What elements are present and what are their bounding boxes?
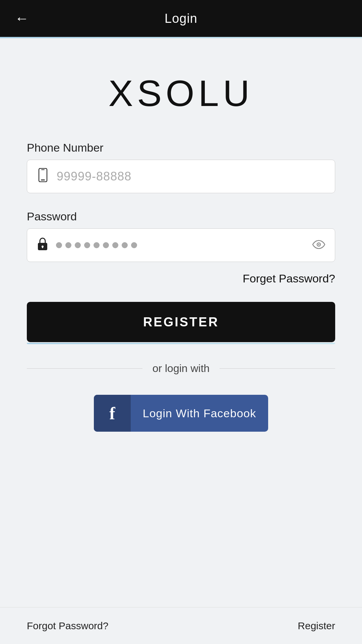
facebook-button-label: Login With Facebook (131, 407, 268, 420)
dot-2 (65, 242, 71, 248)
svg-rect-1 (41, 179, 45, 180)
dot-9 (131, 242, 137, 248)
header-title: Login (165, 11, 197, 26)
footer-register[interactable]: Register (298, 620, 335, 632)
dot-4 (84, 242, 90, 248)
divider-text: or login with (142, 362, 220, 375)
dot-8 (122, 242, 128, 248)
dot-1 (56, 242, 62, 248)
lock-icon (37, 237, 49, 254)
eye-icon[interactable] (312, 238, 325, 252)
divider-row: or login with (27, 362, 335, 375)
logo-container: XSOLU (27, 72, 335, 114)
phone-label: Phone Number (27, 141, 335, 154)
facebook-icon-area: f (94, 395, 131, 432)
facebook-login-button[interactable]: f Login With Facebook (94, 395, 268, 432)
divider-line-right (220, 368, 335, 369)
app-header: ← Login (0, 0, 362, 37)
dot-5 (94, 242, 100, 248)
footer-bar: Forgot Password? Register (0, 607, 362, 644)
svg-rect-2 (41, 169, 45, 170)
dot-3 (75, 242, 81, 248)
phone-icon (37, 168, 49, 185)
forget-password-link[interactable]: Forget Password? (243, 272, 335, 285)
password-input-wrapper (27, 228, 335, 262)
facebook-icon: f (109, 404, 115, 423)
divider-line-left (27, 368, 142, 369)
back-button[interactable]: ← (15, 11, 29, 25)
svg-rect-5 (42, 247, 43, 248)
main-content: XSOLU Phone Number Password (0, 38, 362, 607)
forget-password-row: Forget Password? (27, 272, 335, 285)
dot-6 (103, 242, 109, 248)
register-button[interactable]: REGISTER (27, 302, 335, 342)
svg-point-7 (318, 244, 319, 245)
dot-7 (112, 242, 118, 248)
phone-input[interactable] (57, 169, 325, 183)
footer-forgot-password[interactable]: Forgot Password? (27, 620, 108, 632)
app-logo: XSOLU (109, 72, 254, 114)
phone-input-wrapper (27, 160, 335, 193)
password-label: Password (27, 210, 335, 223)
password-dots (56, 242, 312, 248)
